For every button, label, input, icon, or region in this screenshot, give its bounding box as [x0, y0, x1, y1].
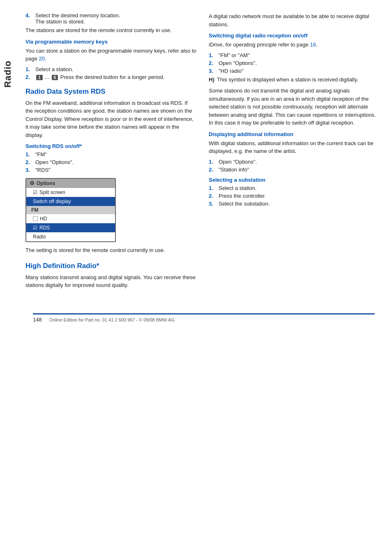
options-title: Options: [37, 180, 55, 186]
displaying-info-body: With digital stations, additional inform…: [209, 139, 380, 155]
disp-step-num-1: 1.: [209, 159, 216, 165]
badge-6: 6: [52, 75, 58, 80]
sub-step-2: 2. Press the controller.: [209, 193, 380, 199]
dig-step-text-2: Open "Options".: [219, 60, 380, 66]
rds-step-3: 3. "RDS": [25, 167, 196, 173]
badge-sep: ...: [45, 74, 51, 80]
sub-step-text-1: Select a station.: [219, 185, 380, 191]
menu-item-split-screen: ☑ Split screen: [26, 188, 115, 197]
checkbox-checked-icon: ☑: [33, 225, 37, 231]
disp-step-text-2: "Station info": [219, 166, 380, 173]
dig-step-2: 2. Open "Options".: [209, 60, 380, 66]
step-num-2: 2.: [25, 74, 33, 80]
rds-heading: Radio Data System RDS: [25, 88, 196, 96]
hd-note: H) This symbol is displayed when a stati…: [209, 76, 380, 84]
digital-radio-body: Some stations do not transmit the digita…: [209, 87, 380, 127]
menu-item-label: Radio: [33, 234, 46, 240]
gear-icon: ⚙: [30, 180, 35, 186]
sub-step-1: 1. Select a station.: [209, 185, 380, 191]
disp-step-1: 1. Open "Options".: [209, 159, 380, 165]
menu-item-label: Switch off display: [33, 199, 71, 204]
switching-rds-heading: Switching RDS on/off*: [25, 143, 196, 149]
dig-step-text-1: "FM" or "AM": [219, 52, 380, 58]
sub-step-num-1: 1.: [209, 185, 216, 191]
page-content: 4. Select the desired memory location.Th…: [17, 0, 392, 301]
rds-step-1: 1. "FM": [25, 151, 196, 157]
menu-section-fm: FM: [26, 206, 115, 214]
step-text-2: 1 ... 6 Press the desired button for a l…: [35, 74, 196, 80]
menu-item-radio: Radio: [26, 232, 115, 241]
page-link-20[interactable]: 20: [39, 56, 45, 62]
sub-step-text-2: Press the controller.: [219, 193, 380, 199]
sub-step-num-3: 3.: [209, 201, 216, 207]
right-intro: A digital radio network must be availabl…: [209, 12, 380, 28]
menu-item-switch-off[interactable]: Switch off display: [26, 197, 115, 206]
page-link-16[interactable]: 16: [310, 42, 316, 48]
dig-step-num-3: 3.: [209, 68, 216, 74]
after-menu-text: The setting is stored for the remote con…: [25, 246, 196, 254]
menu-item-label: HD: [40, 216, 47, 222]
rds-step-2: 2. Open "Options".: [25, 159, 196, 165]
dig-step-num-1: 1.: [209, 52, 216, 58]
displaying-info-heading: Displaying additional information: [209, 131, 380, 137]
footer-text: Online Edition for Part no. 01 41 2 600 …: [49, 317, 175, 322]
hd-radio-body: Many stations transmit analog and digita…: [25, 273, 196, 289]
section-programmable-body: You can store a station on the programma…: [25, 47, 196, 63]
badge-1: 1: [36, 75, 43, 80]
left-column: 4. Select the desired memory location.Th…: [25, 12, 196, 293]
step-text: Select the desired memory location.The s…: [35, 12, 196, 25]
prog-step-2: 2. 1 ... 6 Press the desired button for …: [25, 74, 196, 80]
substation-heading: Selecting a substation: [209, 177, 380, 183]
intro-note: The stations are stored for the remote c…: [25, 26, 196, 35]
options-menu: ⚙ Options ☑ Split screen Switch off disp…: [25, 178, 116, 242]
sub-step-num-2: 2.: [209, 193, 216, 199]
dig-step-num-2: 2.: [209, 60, 216, 66]
intro-step-4: 4. Select the desired memory location.Th…: [25, 12, 196, 25]
rds-step-num-2: 2.: [25, 159, 33, 165]
step-num: 4.: [25, 12, 33, 25]
rds-step-text-1: "FM": [35, 151, 196, 157]
menu-section-label: FM: [31, 207, 38, 213]
step-text-1: Select a station.: [35, 66, 196, 72]
digital-radio-heading: Switching digital radio reception on/off: [209, 32, 380, 39]
menu-item-hd: HD: [26, 214, 115, 223]
menu-item-label: RDS: [39, 225, 50, 231]
page-number: 148: [33, 317, 42, 323]
options-menu-items: ☑ Split screen Switch off display FM HD: [26, 187, 115, 241]
dig-step-3: 3. "HD radio": [209, 68, 380, 74]
disp-step-text-1: Open "Options".: [219, 159, 380, 165]
menu-item-rds: ☑ RDS: [26, 223, 115, 232]
dig-step-text-3: "HD radio": [219, 68, 380, 74]
section-programmable-heading: Via programmable memory keys: [25, 39, 196, 45]
hd-symbol: H): [209, 76, 214, 84]
options-title-bar: ⚙ Options: [26, 179, 115, 187]
rds-step-text-2: Open "Options".: [35, 159, 196, 165]
rds-step-num-1: 1.: [25, 151, 33, 157]
sub-step-3: 3. Select the substation.: [209, 201, 380, 207]
rds-step-num-3: 3.: [25, 167, 33, 173]
rds-step-text-3: "RDS": [35, 167, 196, 173]
prog-step-1: 1. Select a station.: [25, 66, 196, 72]
disp-step-2: 2. "Station info": [209, 166, 380, 173]
hd-radio-heading: High Definition Radio*: [25, 262, 196, 270]
rds-body: On the FM waveband, additional informati…: [25, 99, 196, 139]
page-footer: 148 Online Edition for Part no. 01 41 2 …: [33, 313, 375, 323]
sidebar-label: Radio: [0, 53, 16, 95]
checkbox-icon: [33, 216, 38, 221]
right-column: A digital radio network must be availabl…: [209, 12, 380, 293]
sub-step-text-3: Select the substation.: [219, 201, 380, 207]
checkbox-checked-icon: ☑: [33, 190, 37, 195]
dig-step-1: 1. "FM" or "AM": [209, 52, 380, 58]
menu-item-label: Split screen: [39, 190, 65, 195]
step-num-1: 1.: [25, 66, 33, 72]
disp-step-num-2: 2.: [209, 166, 216, 173]
digital-radio-intro: iDrive, for operating principle refer to…: [209, 41, 380, 49]
